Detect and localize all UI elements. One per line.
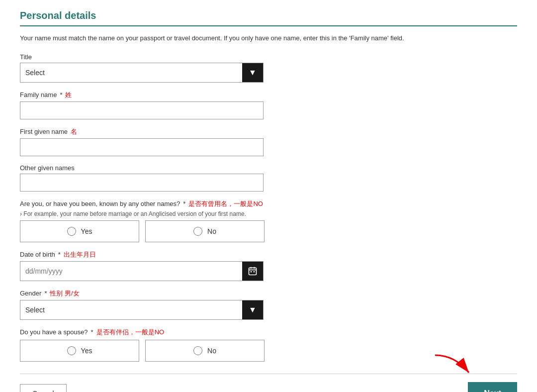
other-given-names-input[interactable] — [20, 174, 264, 192]
family-name-label: Family name * 姓 — [20, 91, 517, 99]
other-names-yes-option[interactable]: Yes — [20, 220, 139, 242]
spouse-no-radio[interactable] — [193, 346, 202, 355]
instruction: Your name must match the name on your pa… — [20, 33, 517, 43]
next-button[interactable]: Next — [468, 382, 517, 392]
first-given-name-input[interactable] — [20, 138, 264, 156]
gender-label: Gender * 性别 男/女 — [20, 289, 517, 298]
dob-date-wrapper — [20, 261, 264, 281]
title-select-wrapper: Select Mr Mrs Ms Miss Dr ▼ — [20, 63, 264, 83]
first-given-name-label: First given name 名 — [20, 127, 517, 136]
svg-rect-4 — [251, 271, 252, 273]
family-name-input[interactable] — [20, 101, 264, 119]
dob-input[interactable] — [20, 262, 242, 281]
other-names-no-radio[interactable] — [193, 227, 202, 236]
spouse-label: Do you have a spouse? * 是否有伴侣，一般是NO — [20, 328, 517, 337]
other-names-hint: For example, your name before marriage o… — [20, 210, 517, 217]
spouse-yes-radio[interactable] — [67, 346, 76, 355]
other-names-radio-group: Yes No — [20, 220, 517, 242]
calendar-icon[interactable] — [242, 262, 263, 281]
dob-field-group: Date of birth * 出生年月日 — [20, 250, 517, 281]
other-names-no-option[interactable]: No — [145, 220, 265, 242]
title-select[interactable]: Select Mr Mrs Ms Miss Dr — [20, 63, 242, 82]
footer-buttons: Cancel Next — [20, 382, 517, 392]
dob-label: Date of birth * 出生年月日 — [20, 250, 517, 259]
spouse-yes-option[interactable]: Yes — [20, 340, 139, 362]
gender-select-wrapper: Select Male Female X (Indeterminate/Inte… — [20, 300, 264, 320]
title-field-group: Title Select Mr Mrs Ms Miss Dr ▼ — [20, 53, 517, 83]
title-label: Title — [20, 53, 517, 61]
title-select-arrow[interactable]: ▼ — [242, 63, 263, 82]
svg-rect-0 — [249, 268, 257, 275]
other-names-yes-radio[interactable] — [67, 227, 76, 236]
page-title: Personal details — [20, 10, 517, 26]
other-given-names-field-group: Other given names — [20, 164, 517, 192]
first-given-name-field-group: First given name 名 — [20, 127, 517, 156]
arrow-annotation — [430, 350, 475, 380]
other-given-names-label: Other given names — [20, 164, 517, 172]
other-names-label: Are you, or have you been, known by any … — [20, 199, 517, 208]
gender-select[interactable]: Select Male Female X (Indeterminate/Inte… — [20, 300, 242, 319]
spouse-no-option[interactable]: No — [145, 340, 265, 362]
gender-select-arrow[interactable]: ▼ — [242, 300, 263, 319]
cancel-button[interactable]: Cancel — [20, 384, 67, 392]
family-name-field-group: Family name * 姓 — [20, 91, 517, 119]
gender-field-group: Gender * 性别 男/女 Select Male Female X (In… — [20, 289, 517, 320]
svg-rect-5 — [254, 271, 255, 273]
other-names-field-group: Are you, or have you been, known by any … — [20, 199, 517, 242]
